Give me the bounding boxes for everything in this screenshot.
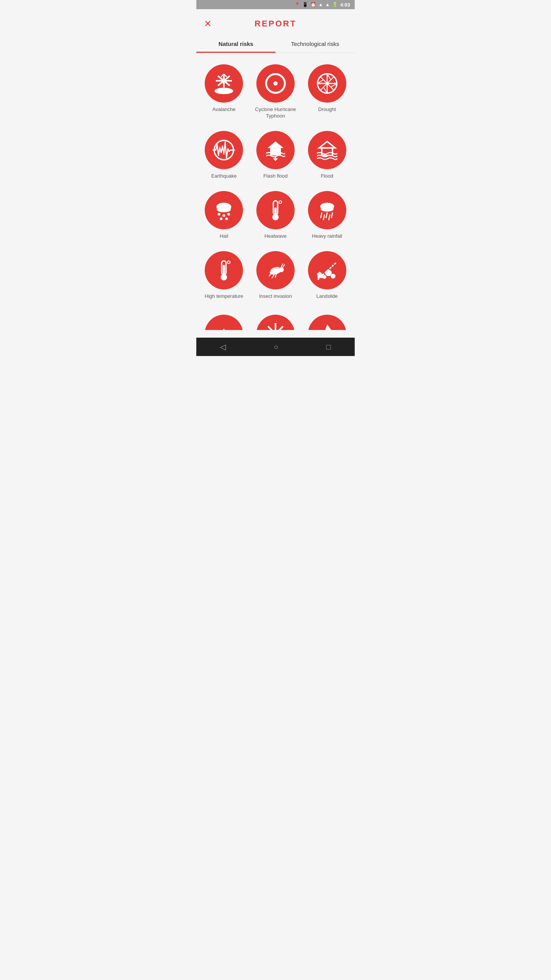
signal-icon: ▲	[325, 2, 330, 7]
earthquake-label: Earthquake	[211, 173, 237, 180]
earthquake-icon	[205, 131, 243, 169]
list-item[interactable]: Avalanche	[200, 60, 248, 123]
svg-rect-63	[317, 274, 323, 278]
svg-point-32	[225, 217, 228, 220]
hail-label: Hail	[220, 233, 228, 240]
svg-point-51	[279, 267, 284, 272]
svg-marker-64	[218, 328, 229, 330]
list-item[interactable]: Drought	[303, 60, 351, 123]
high-temperature-icon	[205, 251, 243, 289]
flash-flood-label: Flash flood	[263, 173, 288, 180]
svg-rect-35	[274, 207, 277, 216]
heatwave-label: Heatwave	[264, 233, 287, 240]
more2-icon	[256, 315, 295, 330]
status-time: 4:03	[340, 2, 350, 8]
svg-line-44	[323, 215, 324, 220]
recents-icon[interactable]: □	[326, 343, 331, 351]
svg-marker-70	[319, 325, 335, 330]
tab-bar: Natural risks Technological risks	[196, 35, 355, 53]
avalanche-icon	[205, 64, 243, 103]
avalanche-label: Avalanche	[212, 106, 235, 113]
svg-point-28	[218, 213, 220, 216]
insect-invasion-label: Insect invasion	[259, 293, 292, 300]
svg-line-43	[331, 213, 333, 218]
bottom-nav: ◁ ○ □	[196, 338, 355, 356]
svg-point-8	[273, 81, 277, 85]
list-item[interactable]: Flood	[303, 127, 351, 183]
risk-grid: Avalanche Cyclone Hurricane Typhoon	[196, 53, 355, 338]
svg-point-29	[223, 214, 225, 217]
drought-icon	[308, 64, 346, 103]
list-item[interactable]: Flash flood	[252, 127, 300, 183]
list-item[interactable]: Heatwave	[252, 187, 300, 243]
wifi-icon: ▲	[318, 2, 323, 7]
svg-marker-62	[316, 271, 323, 274]
back-icon[interactable]: ◁	[220, 342, 226, 351]
insect-invasion-icon	[256, 251, 295, 289]
battery-icon: 🔋	[332, 2, 338, 7]
svg-line-41	[321, 213, 322, 218]
svg-line-45	[329, 215, 330, 220]
drought-label: Drought	[318, 106, 336, 113]
home-icon[interactable]: ○	[274, 343, 278, 351]
flood-icon	[308, 131, 346, 169]
page-title: REPORT	[254, 19, 297, 29]
heavy-rainfall-icon	[308, 191, 346, 229]
svg-point-31	[220, 217, 223, 220]
list-item[interactable]: Insect invasion	[252, 247, 300, 304]
tab-technological-risks[interactable]: Technological risks	[276, 35, 355, 52]
location-icon: 📍	[294, 2, 300, 7]
list-item[interactable]	[252, 307, 300, 330]
svg-marker-22	[319, 141, 335, 148]
landslide-label: Landslide	[316, 293, 338, 300]
svg-marker-19	[267, 141, 284, 148]
svg-point-36	[279, 201, 282, 203]
list-item[interactable]	[303, 307, 351, 330]
list-item[interactable]: Cyclone Hurricane Typhoon	[252, 60, 300, 123]
tab-natural-risks[interactable]: Natural risks	[196, 35, 276, 52]
cyclone-icon	[256, 64, 295, 103]
alarm-icon: ⏰	[310, 2, 316, 7]
hail-icon	[205, 191, 243, 229]
svg-rect-48	[223, 265, 225, 276]
svg-point-59	[325, 270, 332, 276]
svg-point-6	[215, 88, 233, 94]
svg-point-30	[227, 213, 230, 216]
high-temperature-label: High temperature	[205, 293, 243, 300]
list-item[interactable]: High temperature	[200, 247, 248, 304]
svg-point-49	[227, 261, 230, 263]
svg-point-61	[323, 275, 326, 279]
more1-icon	[205, 315, 243, 330]
status-bar: 📍 📳 ⏰ ▲ ▲ 🔋 4:03	[196, 0, 355, 9]
list-item[interactable]: Hail	[200, 187, 248, 243]
close-button[interactable]: ✕	[204, 19, 212, 28]
heavy-rainfall-label: Heavy rainfall	[312, 233, 342, 240]
header: ✕ REPORT	[196, 9, 355, 32]
list-item[interactable]: Heavy rainfall	[303, 187, 351, 243]
flood-label: Flood	[321, 173, 333, 180]
vibrate-icon: 📳	[302, 2, 308, 7]
list-item[interactable]: Earthquake	[200, 127, 248, 183]
more3-icon	[308, 315, 346, 330]
list-item[interactable]	[200, 307, 248, 330]
svg-point-60	[331, 274, 336, 279]
svg-point-27	[217, 207, 231, 212]
flash-flood-icon	[256, 131, 295, 169]
list-item[interactable]: Landslide	[303, 247, 351, 304]
svg-point-40	[321, 207, 334, 212]
cyclone-label: Cyclone Hurricane Typhoon	[253, 106, 298, 119]
landslide-icon	[308, 251, 346, 289]
svg-line-42	[326, 213, 327, 218]
heatwave-icon	[256, 191, 295, 229]
